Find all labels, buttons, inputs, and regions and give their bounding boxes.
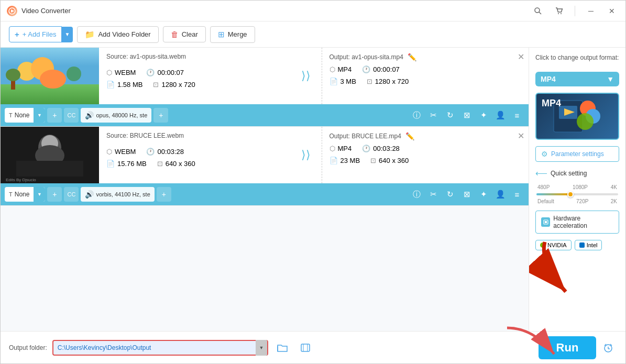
effects-btn-1[interactable]: ✦ xyxy=(476,108,491,123)
merge-icon: ⊞ xyxy=(218,30,225,39)
right-panel: Click to change output format: MP4 ▼ MP4 xyxy=(529,48,625,331)
format-label: Click to change output format: xyxy=(535,54,619,61)
quality-labels-top: 480P 1080P 4K xyxy=(536,184,618,190)
watermark-btn-1[interactable]: 👤 xyxy=(493,108,508,123)
svg-text:Edits By Djsucio: Edits By Djsucio xyxy=(6,178,36,182)
input-format-1: ⬡ WEBM xyxy=(106,69,136,76)
quality-labels-bot: Default 720P 2K xyxy=(536,198,618,204)
out-file-icon-1: 📄 xyxy=(330,78,338,85)
browse-folder-button[interactable] xyxy=(273,339,291,357)
subtitle-settings-2[interactable]: CC xyxy=(64,187,79,202)
parameter-settings-button[interactable]: ⚙ Parameter settings xyxy=(535,146,619,162)
format-selector[interactable]: MP4 ▼ xyxy=(535,72,619,86)
svg-line-3 xyxy=(539,12,541,14)
out-format-icon-1: ⬡ xyxy=(330,65,335,73)
svg-point-11 xyxy=(67,67,81,81)
hardware-acceleration-button[interactable]: Hardware acceleration xyxy=(535,211,619,234)
add-subtitle-2[interactable]: + xyxy=(47,187,62,202)
subtitle-dropdown-1[interactable]: ▼ xyxy=(34,108,45,123)
clear-icon: 🗑 xyxy=(171,30,179,39)
clip-button[interactable] xyxy=(296,339,314,357)
close-button[interactable]: ✕ xyxy=(605,4,619,18)
rotate-btn-2[interactable]: ↻ xyxy=(443,187,457,202)
output-size-1: 📄 3 MB xyxy=(330,78,356,85)
info-btn-2[interactable]: ⓘ xyxy=(409,187,424,202)
subtitle-edit-btn-2[interactable]: ≡ xyxy=(510,187,524,202)
add-files-dropdown[interactable]: ▼ xyxy=(61,27,73,42)
add-audio-1[interactable]: + xyxy=(153,108,168,123)
source-name-2: Source: BRUCE LEE.webm xyxy=(106,132,283,139)
cart-button[interactable] xyxy=(552,4,566,18)
add-files-button[interactable]: + + Add Files xyxy=(9,26,62,42)
output-path-dropdown[interactable]: ▼ xyxy=(256,340,267,356)
svg-rect-27 xyxy=(545,221,547,223)
clock-icon-1: 🕐 xyxy=(146,69,155,76)
output-format-2: ⬡ MP4 xyxy=(330,145,352,152)
output-header-2: Output: BRUCE LEE.mp4 ✏️ xyxy=(330,132,506,140)
output-size-2: 📄 23 MB xyxy=(330,157,360,164)
add-audio-2[interactable]: + xyxy=(157,187,171,202)
cut-btn-2[interactable]: ✂ xyxy=(426,187,441,202)
convert-arrow-2: ⟩⟩ xyxy=(290,127,322,183)
edit-output-1[interactable]: ✏️ xyxy=(408,53,416,61)
subtitle-dropdown-2[interactable]: ▼ xyxy=(34,187,45,202)
effects-btn-2[interactable]: ✦ xyxy=(476,187,491,202)
nvidia-badge[interactable]: NVIDIA xyxy=(535,240,572,250)
out-res-icon-2: ⊡ xyxy=(370,157,376,164)
source-name-1: Source: av1-opus-sita.webm xyxy=(106,53,283,60)
out-format-icon-2: ⬡ xyxy=(330,145,335,152)
subtitle-select-1[interactable]: T None ▼ xyxy=(5,108,45,123)
file-icon-1: 📄 xyxy=(106,81,115,89)
cut-btn-1[interactable]: ✂ xyxy=(426,108,441,123)
quality-thumb[interactable] xyxy=(567,191,574,197)
crop-btn-2[interactable]: ⊠ xyxy=(459,187,474,202)
merge-button[interactable]: ⊞ Merge xyxy=(210,26,255,43)
format-icon-2: ⬡ xyxy=(106,148,112,156)
watermark-btn-2[interactable]: 👤 xyxy=(493,187,508,202)
crop-btn-1[interactable]: ⊠ xyxy=(459,108,474,123)
hw-icon xyxy=(541,217,550,227)
out-clock-icon-1: 🕐 xyxy=(362,65,370,73)
info-btn-1[interactable]: ⓘ xyxy=(409,108,424,123)
file-toolbar-1: T None ▼ + CC 🔊 opus, 48000 Hz, ste + xyxy=(1,104,529,126)
subtitle-settings-1[interactable]: CC xyxy=(64,108,79,123)
file-item-1: Source: av1-opus-sita.webm ⬡ WEBM 🕐 00:0… xyxy=(1,48,529,127)
folder-icon: 📁 xyxy=(85,30,95,39)
intel-badge[interactable]: Intel xyxy=(575,240,602,250)
run-arrow-indicator xyxy=(502,323,565,365)
svg-point-25 xyxy=(577,113,594,130)
out-res-icon-1: ⊡ xyxy=(367,78,372,85)
quality-track[interactable] xyxy=(536,193,618,195)
subtitle-edit-btn-1[interactable]: ≡ xyxy=(510,108,524,123)
input-size-1: 📄 1.58 MB xyxy=(106,81,142,89)
output-resolution-1: ⊡ 1280 x 720 xyxy=(367,78,409,85)
output-duration-1: 🕐 00:00:07 xyxy=(362,65,400,73)
out-file-icon-2: 📄 xyxy=(330,157,338,164)
add-files-group: + + Add Files ▼ xyxy=(9,26,73,42)
output-resolution-2: ⊡ 640 x 360 xyxy=(370,157,409,164)
quality-fill xyxy=(536,193,569,195)
input-duration-2: 🕐 00:03:28 xyxy=(146,148,184,156)
close-file-2[interactable]: ✕ xyxy=(513,127,529,183)
input-resolution-2: ⊡ 640 x 360 xyxy=(157,160,195,168)
svg-point-5 xyxy=(561,13,562,14)
subtitle-select-2[interactable]: T None ▼ xyxy=(5,187,45,202)
audio-info-1: 🔊 opus, 48000 Hz, ste xyxy=(81,108,151,123)
rotate-btn-1[interactable]: ↻ xyxy=(443,108,457,123)
mp4-label: MP4 xyxy=(542,98,561,109)
input-duration-1: 🕐 00:00:07 xyxy=(146,69,184,76)
file-item-2: Edits By Djsucio Source: BRUCE LEE.webm … xyxy=(1,127,529,206)
add-video-folder-button[interactable]: 📁 Add Video Folder xyxy=(77,26,158,43)
format-icon-1: ⬡ xyxy=(106,69,112,76)
minimize-button[interactable]: ─ xyxy=(584,4,598,18)
search-button[interactable] xyxy=(531,4,545,18)
output-header-1: Output: av1-opus-sita.mp4 ✏️ xyxy=(330,53,506,61)
close-file-1[interactable]: ✕ xyxy=(513,48,529,104)
clear-button[interactable]: 🗑 Clear xyxy=(163,26,206,42)
edit-output-2[interactable]: ✏️ xyxy=(405,132,414,140)
quality-slider[interactable]: 480P 1080P 4K Default 720P 2K xyxy=(535,184,619,204)
add-subtitle-1[interactable]: + xyxy=(47,108,62,123)
input-format-2: ⬡ WEBM xyxy=(106,148,136,156)
output-path-value[interactable]: C:\Users\Kevincy\Desktop\Output xyxy=(53,344,256,351)
alarm-button[interactable] xyxy=(599,339,617,357)
